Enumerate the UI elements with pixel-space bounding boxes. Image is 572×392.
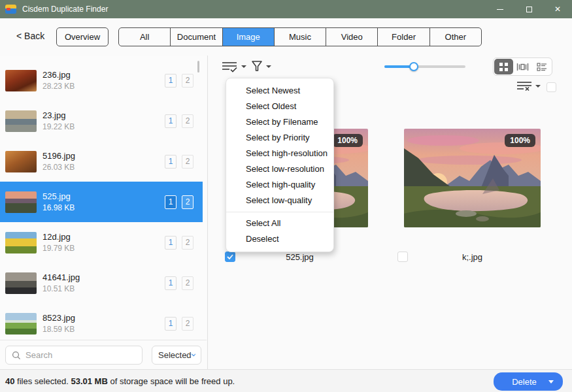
back-button[interactable]: < Back <box>16 31 44 41</box>
duplicate-count-primary[interactable]: 1 <box>165 74 177 88</box>
duplicate-count-secondary[interactable]: 2 <box>182 74 193 88</box>
search-input[interactable] <box>25 350 130 360</box>
file-thumbnail <box>5 313 37 335</box>
file-name: 41641.jpg <box>42 272 165 282</box>
minimize-button[interactable] <box>486 0 514 18</box>
duplicate-count-primary[interactable]: 1 <box>165 317 177 331</box>
search-box[interactable] <box>5 346 143 365</box>
search-icon <box>12 351 21 360</box>
close-button[interactable]: ✕ <box>543 0 572 18</box>
caret-down-icon <box>535 85 541 88</box>
caret-down-icon <box>266 65 271 68</box>
sidebar-scrollbar[interactable] <box>197 61 199 73</box>
file-name: 5196.jpg <box>42 151 165 161</box>
duplicate-checkbox[interactable] <box>225 252 235 262</box>
tab-folder[interactable]: Folder <box>378 28 429 46</box>
menu-divider <box>226 212 333 212</box>
menu-item-select-oldest[interactable]: Select Oldest <box>226 99 333 114</box>
file-name: 236.jpg <box>42 70 165 80</box>
menu-item-select-low-quality[interactable]: Select low-quality <box>226 193 333 208</box>
tab-video[interactable]: Video <box>326 28 378 46</box>
delete-options-caret-icon[interactable] <box>548 380 554 384</box>
menu-item-select-high-quality[interactable]: Select high-quality <box>226 177 333 193</box>
menu-item-select-low-resolution[interactable]: Select low-resolution <box>226 161 333 177</box>
duplicate-count-primary[interactable]: 1 <box>165 236 177 250</box>
duplicate-count-secondary[interactable]: 2 <box>182 276 193 290</box>
duplicate-count-secondary[interactable]: 2 <box>182 155 193 169</box>
overview-button[interactable]: Overview <box>56 27 109 46</box>
duplicate-filename: 525.jpg <box>222 252 377 263</box>
tab-music[interactable]: Music <box>275 28 326 46</box>
selected-count: 40 <box>5 376 14 386</box>
menu-item-select-by-filename[interactable]: Select by Filename <box>226 114 333 130</box>
duplicate-checkbox[interactable] <box>397 252 408 262</box>
duplicate-count-secondary[interactable]: 2 <box>182 114 193 128</box>
file-row[interactable]: 12d.jpg19.79 KB12 <box>0 222 203 263</box>
group-deselect-dropdown-button[interactable] <box>516 80 541 92</box>
app-logo-icon <box>5 5 16 14</box>
file-row[interactable]: 5196.jpg26.03 KB12 <box>0 141 203 182</box>
file-thumbnail <box>5 272 37 294</box>
window-title: Cisdem Duplicate Finder <box>22 5 486 14</box>
file-size: 19.79 KB <box>42 244 165 253</box>
match-percent-badge: 100% <box>505 134 535 147</box>
duplicate-count-secondary[interactable]: 2 <box>182 317 193 331</box>
selected-filter-dropdown[interactable]: Selected <box>152 346 201 365</box>
delete-button[interactable]: Delete <box>494 372 563 391</box>
duplicate-count-primary[interactable]: 1 <box>165 276 177 290</box>
duplicate-photo[interactable]: 100% <box>404 129 541 227</box>
titlebar: Cisdem Duplicate Finder ✕ <box>0 0 572 18</box>
menu-item-deselect[interactable]: Deselect <box>226 231 333 247</box>
file-row[interactable]: 8523.jpg18.59 KB12 <box>0 303 203 340</box>
slider-thumb[interactable] <box>409 62 418 71</box>
file-size: 26.03 KB <box>42 163 165 172</box>
file-thumbnail <box>5 70 37 91</box>
file-size: 18.59 KB <box>42 325 165 334</box>
view-mode-grid-button[interactable] <box>494 59 513 74</box>
duplicate-count-primary[interactable]: 1 <box>165 155 177 169</box>
file-thumbnail <box>5 151 37 172</box>
group-select-checkbox[interactable] <box>547 82 556 92</box>
duplicate-count-secondary[interactable]: 2 <box>182 195 193 209</box>
file-name: 525.jpg <box>42 191 165 201</box>
filter-dropdown-button[interactable] <box>251 60 271 73</box>
statusbar: 40 files selected. 53.01 MB of storage s… <box>0 369 572 392</box>
file-row[interactable]: 23.jpg19.22 KB12 <box>0 101 203 141</box>
file-row[interactable]: 525.jpg16.98 KB12 <box>0 182 203 222</box>
main-toolbar <box>208 56 572 77</box>
file-size: 28.23 KB <box>42 82 165 91</box>
tab-image[interactable]: Image <box>223 28 275 46</box>
view-mode-list-button[interactable] <box>532 59 551 74</box>
file-row[interactable]: 41641.jpg10.51 KB12 <box>0 263 203 303</box>
file-size: 16.98 KB <box>42 203 165 212</box>
duplicate-count-primary[interactable]: 1 <box>165 195 177 209</box>
search-row: Selected <box>0 340 207 369</box>
auto-select-menu: Select NewestSelect OldestSelect by File… <box>226 78 334 252</box>
maximize-button[interactable] <box>514 0 543 18</box>
duplicate-count-secondary[interactable]: 2 <box>182 236 193 250</box>
file-name: 8523.jpg <box>42 313 165 323</box>
tab-other[interactable]: Other <box>430 28 481 46</box>
menu-item-select-high-resolution[interactable]: Select high-resolution <box>226 146 333 161</box>
menu-item-select-all[interactable]: Select All <box>226 216 333 231</box>
thumbnail-zoom-slider[interactable] <box>384 65 465 68</box>
duplicate-card: 100%k;.jpg <box>395 129 550 263</box>
status-summary: 40 files selected. 53.01 MB of storage s… <box>5 376 235 386</box>
tab-document[interactable]: Document <box>171 28 222 46</box>
caret-down-icon <box>241 65 246 68</box>
auto-select-dropdown-button[interactable] <box>221 60 246 73</box>
match-percent-badge: 100% <box>332 134 363 147</box>
tab-all[interactable]: All <box>119 28 171 46</box>
file-row[interactable]: 236.jpg28.23 KB12 <box>0 60 203 101</box>
duplicate-count-primary[interactable]: 1 <box>165 114 177 128</box>
menu-item-select-by-priority[interactable]: Select by Priority <box>226 130 333 146</box>
file-size: 10.51 KB <box>42 284 165 293</box>
menu-item-select-newest[interactable]: Select Newest <box>226 83 333 99</box>
view-mode-compare-button[interactable] <box>513 59 532 74</box>
freed-size: 53.01 MB <box>71 376 107 386</box>
file-thumbnail <box>5 232 37 253</box>
duplicate-file-list: 236.jpg28.23 KB1223.jpg19.22 KB125196.jp… <box>0 56 207 340</box>
selected-filter-label: Selected <box>158 350 192 360</box>
view-mode-toggle <box>493 57 552 76</box>
file-size: 19.22 KB <box>42 122 165 131</box>
